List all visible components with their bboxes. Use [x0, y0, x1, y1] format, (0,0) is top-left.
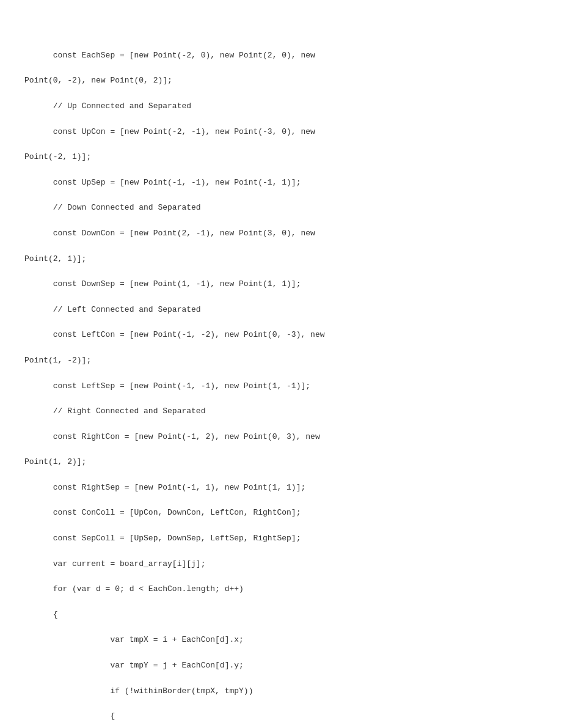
code-line: // Up Connected and Separated: [24, 100, 538, 113]
code-line: Point(2, 1)];: [24, 253, 538, 266]
code-line: const LeftCon = [new Point(-1, -2), new …: [24, 329, 538, 342]
code-line: // Left Connected and Separated: [24, 304, 538, 317]
code-line: var tmpY = j + EachCon[d].y;: [24, 660, 538, 672]
code-line: var current = board_array[i][j];: [24, 558, 538, 571]
code-line: const UpCon = [new Point(-2, -1), new Po…: [24, 126, 538, 139]
code-block: const EachSep = [new Point(-2, 0), new P…: [0, 37, 562, 728]
code-line: const RightSep = [new Point(-1, 1), new …: [24, 482, 538, 495]
code-line: const DownSep = [new Point(1, -1), new P…: [24, 278, 538, 291]
code-line: const EachSep = [new Point(-2, 0), new P…: [24, 50, 538, 62]
code-line: const RightCon = [new Point(-1, 2), new …: [24, 431, 538, 444]
code-line: {: [24, 609, 538, 622]
code-line: var tmpX = i + EachCon[d].x;: [24, 634, 538, 647]
code-line: const SepColl = [UpSep, DownSep, LeftSep…: [24, 532, 538, 545]
code-line: Point(0, -2), new Point(0, 2)];: [24, 75, 538, 87]
code-line: // Down Connected and Separated: [24, 202, 538, 215]
code-line: const ConColl = [UpCon, DownCon, LeftCon…: [24, 507, 538, 520]
code-line: {: [24, 710, 538, 723]
code-line: Point(1, -2)];: [24, 355, 538, 367]
code-line: const LeftSep = [new Point(-1, -1), new …: [24, 380, 538, 393]
code-line: // Right Connected and Separated: [24, 405, 538, 418]
code-line: Point(1, 2)];: [24, 456, 538, 469]
code-line: const DownCon = [new Point(2, -1), new P…: [24, 227, 538, 240]
code-line: for (var d = 0; d < EachCon.length; d++): [24, 583, 538, 596]
code-line: if (!withinBorder(tmpX, tmpY)): [24, 685, 538, 698]
code-line: const UpSep = [new Point(-1, -1), new Po…: [24, 177, 538, 189]
code-line: Point(-2, 1)];: [24, 151, 538, 164]
